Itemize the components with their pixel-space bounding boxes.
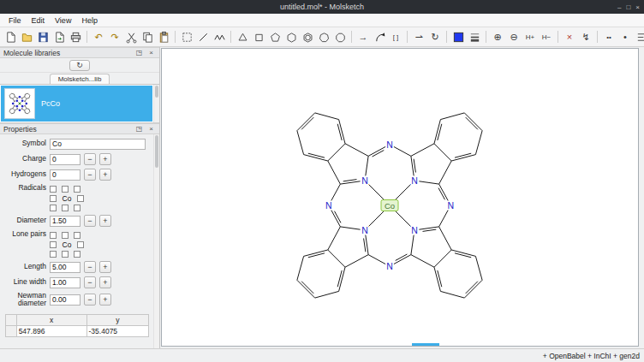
lone-pair-checkbox[interactable] [62, 232, 69, 239]
library-tab[interactable]: Molsketch...lib [50, 74, 110, 84]
bond[interactable] [440, 291, 464, 298]
bond[interactable] [464, 113, 482, 131]
bond[interactable] [337, 270, 342, 287]
bond[interactable] [394, 146, 411, 156]
lone-pair-checkbox[interactable] [62, 251, 69, 258]
bond[interactable] [396, 184, 411, 199]
bond[interactable] [308, 253, 325, 258]
bond[interactable] [297, 113, 315, 131]
lone-pair-checkbox[interactable] [50, 232, 57, 239]
radical-checkbox[interactable] [50, 186, 57, 193]
bond[interactable] [297, 256, 304, 280]
toolbar-ring-cyclopentane-icon[interactable] [267, 29, 283, 45]
diameter-increment-button[interactable]: + [99, 215, 111, 227]
toolbar-new-file-icon[interactable] [3, 29, 18, 45]
bond[interactable] [396, 211, 411, 227]
hydrogens-decrement-button[interactable]: − [84, 169, 96, 181]
toolbar-chain-tool-icon[interactable] [212, 29, 227, 45]
charge-increment-button[interactable]: + [99, 153, 111, 165]
toolbar-radical-tool-icon[interactable]: • [617, 29, 633, 45]
maximize-button[interactable]: □ [626, 3, 630, 11]
toolbar-paste-icon[interactable] [156, 29, 171, 45]
bond[interactable] [455, 253, 471, 258]
symbol-input[interactable] [50, 139, 146, 150]
menu-file[interactable]: File [3, 15, 27, 26]
bond[interactable] [464, 280, 482, 298]
toolbar-delete-tool-icon[interactable]: × [562, 29, 577, 45]
library-scrollbar[interactable] [153, 85, 159, 122]
bond[interactable] [419, 181, 438, 184]
bond[interactable] [328, 227, 341, 250]
bond[interactable] [368, 255, 385, 264]
toolbar-line-width-picker-icon[interactable] [467, 29, 482, 45]
toolbar-print-icon[interactable] [68, 29, 83, 45]
drawing-canvas[interactable]: CoNNNNNNNN [161, 48, 639, 347]
bond[interactable] [475, 131, 482, 155]
toolbar-ring-cycloheptane-icon[interactable] [316, 29, 331, 45]
bond[interactable] [438, 124, 442, 140]
newman-increment-button[interactable]: + [99, 294, 111, 306]
bond[interactable] [328, 250, 345, 267]
bond[interactable] [301, 282, 313, 294]
bond[interactable] [411, 144, 434, 157]
bond[interactable] [315, 113, 339, 120]
atom-N[interactable]: N [361, 175, 368, 186]
length-increment-button[interactable]: + [99, 261, 111, 273]
toolbar-color-picker-icon[interactable] [450, 29, 466, 45]
properties-float-icon[interactable]: ◳ [134, 125, 144, 133]
menu-view[interactable]: View [50, 15, 76, 26]
coord-header-x[interactable]: x [16, 314, 86, 325]
bond[interactable] [475, 256, 482, 280]
bond[interactable] [439, 227, 452, 250]
newman-decrement-button[interactable]: − [84, 294, 96, 306]
radical-checkbox[interactable] [74, 205, 80, 211]
toolbar-undo-icon[interactable]: ↶ [91, 29, 106, 45]
charge-input[interactable] [50, 154, 80, 165]
toolbar-mechanism-tool-icon[interactable]: ↯ [578, 29, 593, 45]
bond[interactable] [439, 210, 449, 227]
toolbar-cut-icon[interactable] [123, 29, 139, 45]
bond[interactable] [439, 184, 449, 201]
radical-checkbox[interactable] [62, 186, 69, 193]
bond[interactable] [340, 227, 360, 229]
bond[interactable] [439, 161, 452, 184]
properties-scrollbar[interactable] [153, 134, 159, 348]
atom-N[interactable]: N [411, 175, 418, 186]
bond[interactable] [328, 161, 341, 184]
length-decrement-button[interactable]: − [84, 261, 96, 273]
toolbar-ring-benzene-icon[interactable] [300, 29, 315, 45]
toolbar-rotate-tool-icon[interactable]: ↻ [427, 29, 443, 45]
line-width-increment-button[interactable]: + [99, 276, 111, 288]
coord-header-y[interactable]: y [86, 314, 148, 325]
bond[interactable] [411, 234, 414, 254]
bond[interactable] [366, 156, 368, 175]
menu-edit[interactable]: Edit [27, 15, 51, 26]
lone-pair-checkbox[interactable] [50, 251, 57, 258]
toolbar-charge-plus-icon[interactable]: ⊕ [490, 29, 505, 45]
bond[interactable] [368, 146, 385, 156]
canvas-hscroll-thumb[interactable] [412, 343, 439, 346]
bond[interactable] [345, 255, 368, 268]
bond[interactable] [438, 270, 442, 287]
toolbar-hydrogen-plus-icon[interactable]: H+ [522, 29, 538, 45]
toolbar-draw-tool-icon[interactable] [195, 29, 211, 45]
bond[interactable] [331, 184, 340, 201]
radical-checkbox[interactable] [50, 205, 57, 211]
line-width-input[interactable] [50, 277, 80, 288]
toolbar-curved-arrow-icon[interactable] [372, 29, 387, 45]
atom-N[interactable]: N [361, 225, 368, 235]
bond[interactable] [343, 180, 357, 181]
atom-N[interactable]: N [411, 225, 418, 235]
bond[interactable] [368, 184, 384, 199]
library-refresh-button[interactable]: ↻ [69, 60, 90, 71]
menu-help[interactable]: Help [76, 15, 103, 26]
bond[interactable] [315, 291, 339, 298]
bond[interactable] [297, 131, 304, 155]
bond[interactable] [364, 239, 366, 252]
bond[interactable] [434, 250, 451, 267]
coord-y-value[interactable]: -35.4075 [86, 325, 148, 336]
radical-checkbox[interactable] [74, 186, 80, 193]
hydrogens-input[interactable] [50, 169, 80, 181]
toolbar-charge-minus-icon[interactable]: ⊖ [506, 29, 522, 45]
toolbar-lone-pair-tool-icon[interactable]: •• [601, 29, 617, 45]
